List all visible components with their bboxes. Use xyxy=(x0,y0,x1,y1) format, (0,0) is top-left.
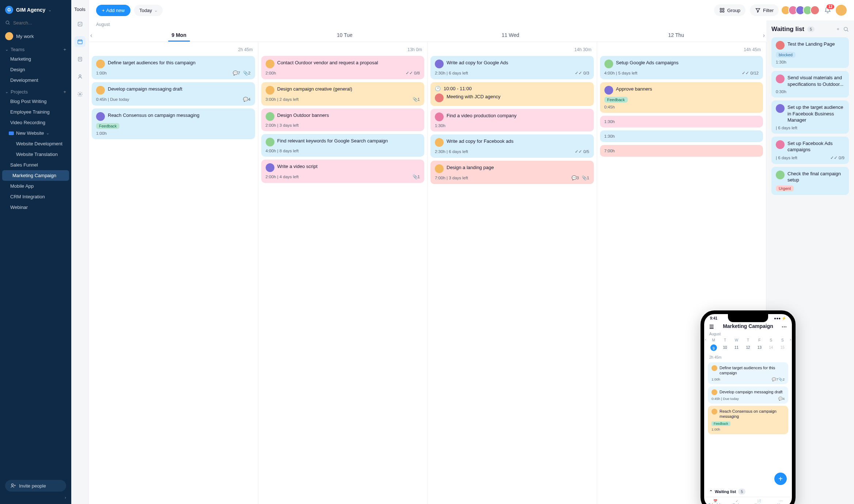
tasks-icon[interactable] xyxy=(75,19,86,30)
rail-title: Tools xyxy=(74,7,85,12)
day-header[interactable]: 10 Tue xyxy=(262,28,428,42)
task-card[interactable]: Reach Consensus on campaign messagingFee… xyxy=(92,108,255,139)
workspace-switcher[interactable]: G GIM Agency ⌄ xyxy=(0,4,71,18)
phone-date[interactable]: 10 xyxy=(719,344,730,351)
task-card[interactable]: Write ad copy for Google Ads2:30h | 6 da… xyxy=(430,56,594,79)
project-item[interactable]: Sales Funnel xyxy=(0,160,71,170)
task-card[interactable]: Define target audiences for this campaig… xyxy=(92,56,255,79)
task-card[interactable]: Contact Ourdoor vendor and request a pro… xyxy=(261,56,425,79)
today-button[interactable]: Today⌄ xyxy=(134,5,163,16)
settings-icon[interactable] xyxy=(75,89,86,100)
phone-task-card[interactable]: Define target audiences for this campaig… xyxy=(708,362,788,384)
phone-date[interactable]: 14 xyxy=(765,344,777,351)
task-card[interactable]: Set up Facebook Ads campaigns| 6 days le… xyxy=(771,137,849,164)
task-card[interactable]: Test the Landing Pageblocked1:30h xyxy=(771,37,849,68)
task-card[interactable]: Develop campaign messaging draft0:45h | … xyxy=(92,82,255,106)
project-item[interactable]: Video Recording xyxy=(0,117,71,128)
search-input-wrap[interactable] xyxy=(5,20,66,26)
project-item[interactable]: CRM Integration xyxy=(0,191,71,202)
invite-button[interactable]: Invite people xyxy=(5,480,66,492)
phone-tab-notes[interactable]: 📄Notes xyxy=(748,499,770,504)
project-item[interactable]: Webinar xyxy=(0,202,71,213)
phone-tab-more[interactable]: ⋯More xyxy=(770,499,792,504)
nav-my-work[interactable]: My work xyxy=(0,29,71,43)
user-avatar[interactable] xyxy=(836,5,847,16)
project-item[interactable]: Website Translation xyxy=(0,149,71,160)
prev-week-button[interactable]: ‹ xyxy=(90,32,92,39)
task-card[interactable]: Find relevant keywords for Google Search… xyxy=(261,134,425,157)
next-week-button[interactable]: › xyxy=(763,32,765,39)
phone-date[interactable]: 15 xyxy=(777,344,788,351)
project-folder[interactable]: New Website ⌄ xyxy=(0,128,71,138)
phone-waiting-row[interactable]: ⌃ Waiting list 5 xyxy=(704,486,792,497)
task-card[interactable]: Send visual materials and specifications… xyxy=(771,71,849,98)
phone-date[interactable]: 13 xyxy=(754,344,765,351)
calendar-icon[interactable] xyxy=(75,36,86,47)
member-avatars[interactable] xyxy=(783,5,820,15)
task-card[interactable]: 7:00h xyxy=(600,145,763,157)
task-card[interactable]: Find a video production company1:30h xyxy=(430,109,594,131)
phone-tab-schedule[interactable]: 📅Schedule xyxy=(704,499,726,504)
day-header[interactable]: 12 Thu xyxy=(593,28,759,42)
notifications-button[interactable]: 12 xyxy=(824,7,831,14)
phone-add-button[interactable]: + xyxy=(774,473,787,485)
teams-header[interactable]: ⌄Teams + xyxy=(0,43,71,54)
task-card[interactable]: 1:30h xyxy=(600,130,763,142)
filter-button[interactable]: Filter xyxy=(750,4,779,16)
phone-mockup: 9:41 ●●● ⚡ ☰ Marketing Campaign ⋯ August… xyxy=(701,310,796,504)
assignee-avatar xyxy=(711,365,717,371)
svg-point-0 xyxy=(6,21,9,24)
phone-date[interactable]: 11 xyxy=(731,344,742,351)
day-header[interactable]: 9 Mon xyxy=(96,28,262,42)
task-card[interactable]: Design campaign creative (general)3:00h … xyxy=(261,82,425,106)
card-title: Send visual materials and specifications… xyxy=(787,75,844,87)
folder-icon xyxy=(9,131,14,135)
team-item[interactable]: Marketing xyxy=(0,54,71,64)
task-card[interactable]: Write a video script2:00h | 4 days left📎… xyxy=(261,160,425,183)
svg-point-1 xyxy=(11,484,13,486)
note-icon: 📄 xyxy=(748,499,770,503)
task-card[interactable]: Setup Google Ads campaigns4:00h | 5 days… xyxy=(600,56,763,79)
task-card[interactable]: Set up the target audience in Facebook B… xyxy=(771,100,849,134)
plus-icon[interactable]: + xyxy=(63,89,66,95)
day-header[interactable]: 11 Wed xyxy=(428,28,593,42)
search-input[interactable] xyxy=(13,20,66,26)
team-item[interactable]: Development xyxy=(0,75,71,85)
card-title: Approve banners xyxy=(616,86,652,92)
phone-task-card[interactable]: Reach Consensus on campaign messaging Fe… xyxy=(708,406,788,435)
search-icon[interactable] xyxy=(843,26,849,32)
project-item-active[interactable]: Marketing Campaign xyxy=(2,170,69,181)
project-item[interactable]: Blog Post Writing xyxy=(0,96,71,107)
card-meta-left: 3:00h | 2 days left xyxy=(266,97,299,102)
workspace-logo: G xyxy=(5,6,13,14)
task-card[interactable]: Design a landing page7:00h | 3 days left… xyxy=(430,161,594,184)
project-item[interactable]: Employee Training xyxy=(0,107,71,117)
projects-header[interactable]: ⌄Projects + xyxy=(0,85,71,96)
card-title: Reach Consensus on campaign messaging xyxy=(720,409,785,419)
task-card[interactable]: Write ad copy for Facebook ads2:30h | 6 … xyxy=(430,134,594,158)
phone-tab-tasks[interactable]: ✓Tasks xyxy=(726,499,748,504)
task-card[interactable]: 🕐10:00 - 11:00Meeting with JCD agency xyxy=(430,82,594,106)
more-icon[interactable]: ⋯ xyxy=(782,324,787,330)
project-item[interactable]: Website Development xyxy=(0,138,71,149)
plus-icon[interactable]: + xyxy=(836,26,839,32)
menu-icon[interactable]: ☰ xyxy=(709,324,714,330)
task-card[interactable]: 1:30h xyxy=(600,116,763,127)
task-card[interactable]: Design Outdoor banners2:00h | 3 days lef… xyxy=(261,108,425,131)
task-card[interactable]: Approve bannersFeedback0:45h xyxy=(600,82,763,113)
chevron-right-icon[interactable]: › xyxy=(790,337,791,341)
team-item[interactable]: Design xyxy=(0,64,71,75)
people-icon[interactable] xyxy=(75,71,86,82)
project-item[interactable]: Mobile App xyxy=(0,181,71,191)
chevron-left-icon[interactable]: ‹ xyxy=(705,337,706,341)
add-new-button[interactable]: +Add new xyxy=(96,5,130,16)
notes-icon[interactable] xyxy=(75,54,86,65)
phone-date[interactable]: 9 xyxy=(710,344,717,351)
phone-task-card[interactable]: Develop campaign messaging draft 0:45h |… xyxy=(708,386,788,404)
collapse-button[interactable]: › xyxy=(0,495,71,500)
plus-icon[interactable]: + xyxy=(63,47,66,52)
card-title: Design campaign creative (general) xyxy=(277,86,352,92)
group-button[interactable]: Group xyxy=(714,4,745,16)
phone-date[interactable]: 12 xyxy=(742,344,754,351)
task-card[interactable]: Check the final campaign setupUrgent xyxy=(771,167,849,195)
